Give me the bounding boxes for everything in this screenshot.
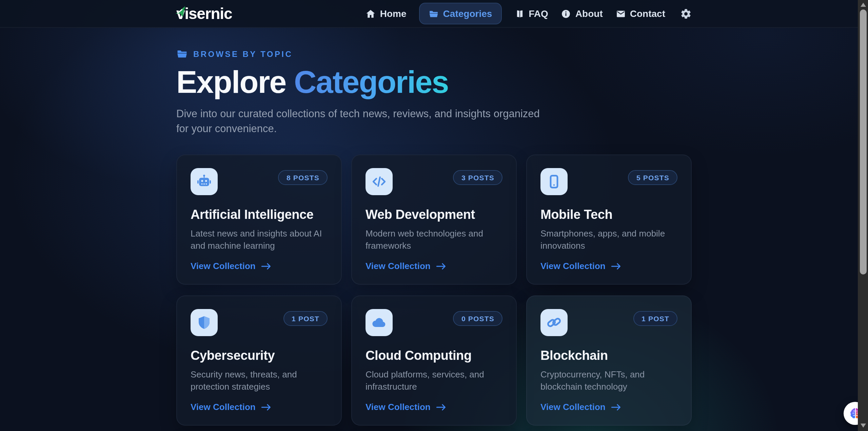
cloud-icon (371, 315, 387, 331)
rocket-icon (173, 4, 188, 19)
nav-item-label: Home (380, 8, 407, 19)
view-collection-link[interactable]: View Collection (191, 261, 328, 271)
book-icon (514, 8, 525, 19)
link-label: View Collection (540, 261, 606, 271)
category-card-artificial-intelligence: 8 POSTS Artificial Intelligence Latest n… (176, 155, 342, 285)
category-description: Cryptocurrency, NFTs, and blockchain tec… (540, 369, 677, 393)
nav-item-label: FAQ (529, 8, 548, 19)
scrollbar-thumb[interactable] (860, 9, 866, 274)
top-navbar: visernic Home Categories FAQ About (0, 0, 868, 28)
link-label: View Collection (540, 402, 606, 412)
category-card-web-development: 3 POSTS Web Development Modern web techn… (351, 155, 517, 285)
category-card-cybersecurity: 1 POST Cybersecurity Security news, thre… (176, 296, 342, 426)
nav-item-label: Categories (443, 8, 492, 19)
post-count-badge: 0 POSTS (453, 311, 502, 326)
link-label: View Collection (191, 261, 256, 271)
arrow-right-icon (261, 262, 271, 270)
folder-icon (429, 8, 439, 19)
scrollbar (858, 0, 868, 431)
post-count-badge: 5 POSTS (628, 170, 677, 185)
link-label: View Collection (366, 261, 431, 271)
category-title: Web Development (366, 208, 502, 223)
nav-item-label: Contact (630, 8, 665, 19)
hero-section: BROWSE BY TOPIC Explore Categories Dive … (176, 28, 692, 431)
category-card-blockchain: 1 POST Blockchain Cryptocurrency, NFTs, … (526, 296, 692, 426)
category-icon-tile (191, 168, 218, 196)
category-title: Cloud Computing (366, 349, 502, 364)
folder-icon (176, 48, 188, 60)
page-title: Explore Categories (176, 66, 692, 98)
settings-button[interactable] (680, 8, 692, 19)
category-grid: 8 POSTS Artificial Intelligence Latest n… (176, 155, 692, 431)
nav-item-label: About (575, 8, 603, 19)
code-icon (371, 174, 387, 190)
category-icon-tile (191, 309, 218, 336)
scrollbar-up-arrow[interactable] (860, 3, 866, 7)
nav-item-about[interactable]: About (561, 8, 603, 19)
category-card-cloud-computing: 0 POSTS Cloud Computing Cloud platforms,… (351, 296, 517, 426)
category-title: Mobile Tech (540, 208, 677, 223)
arrow-right-icon (436, 262, 446, 270)
link-icon (546, 315, 562, 331)
link-label: View Collection (191, 402, 256, 412)
scrollbar-down-arrow[interactable] (860, 424, 866, 428)
post-count-badge: 3 POSTS (453, 170, 502, 185)
mail-icon (616, 8, 626, 19)
smartphone-icon (546, 174, 562, 190)
post-count-badge: 1 POST (633, 311, 677, 326)
nav-menu: Home Categories FAQ About Contact (366, 3, 692, 24)
category-title: Blockchain (540, 349, 677, 364)
category-description: Security news, threats, and protection s… (191, 369, 328, 393)
brand-logo[interactable]: visernic (176, 4, 232, 23)
nav-item-home[interactable]: Home (366, 8, 407, 19)
link-label: View Collection (366, 402, 431, 412)
category-icon-tile (366, 168, 393, 196)
category-description: Modern web technologies and frameworks (366, 228, 502, 252)
info-icon (561, 8, 571, 19)
category-title: Cybersecurity (191, 349, 328, 364)
browse-by-topic-eyebrow: BROWSE BY TOPIC (176, 48, 692, 60)
category-icon-tile (540, 309, 568, 336)
view-collection-link[interactable]: View Collection (191, 402, 328, 412)
eyebrow-label: BROWSE BY TOPIC (193, 49, 293, 59)
view-collection-link[interactable]: View Collection (366, 261, 502, 271)
view-collection-link[interactable]: View Collection (366, 402, 502, 412)
title-main: Explore (176, 64, 286, 100)
post-count-badge: 1 POST (283, 311, 328, 326)
title-accent: Categories (294, 64, 449, 100)
category-card-mobile-tech: 5 POSTS Mobile Tech Smartphones, apps, a… (526, 155, 692, 285)
page-subtitle: Dive into our curated collections of tec… (176, 106, 546, 136)
nav-item-contact[interactable]: Contact (616, 8, 665, 19)
shield-icon (196, 315, 212, 331)
post-count-badge: 8 POSTS (278, 170, 328, 185)
category-description: Cloud platforms, services, and infrastru… (366, 369, 502, 393)
category-description: Smartphones, apps, and mobile innovation… (540, 228, 677, 252)
gear-icon (680, 8, 692, 19)
arrow-right-icon (261, 403, 271, 411)
category-icon-tile (366, 309, 393, 336)
page: visernic Home Categories FAQ About (0, 0, 868, 431)
view-collection-link[interactable]: View Collection (540, 402, 677, 412)
arrow-right-icon (611, 262, 621, 270)
category-description: Latest news and insights about AI and ma… (191, 228, 328, 252)
arrow-right-icon (611, 403, 621, 411)
nav-item-categories[interactable]: Categories (419, 3, 502, 24)
view-collection-link[interactable]: View Collection (540, 261, 677, 271)
arrow-right-icon (436, 403, 446, 411)
nav-item-faq[interactable]: FAQ (514, 8, 548, 19)
robot-icon (196, 174, 212, 190)
category-icon-tile (540, 168, 568, 196)
home-icon (366, 8, 376, 19)
category-title: Artificial Intelligence (191, 208, 328, 223)
